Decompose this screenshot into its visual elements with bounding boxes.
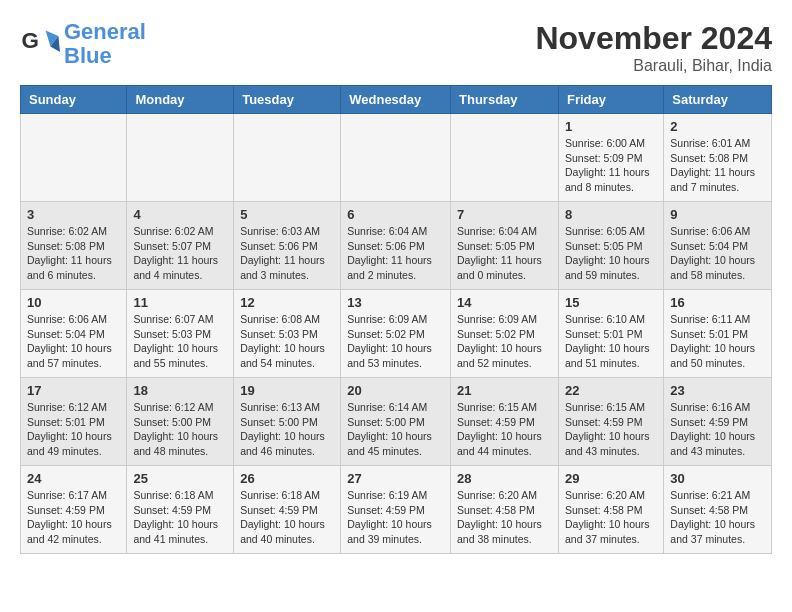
- day-info: Sunrise: 6:20 AM Sunset: 4:58 PM Dayligh…: [457, 488, 552, 547]
- day-info: Sunrise: 6:21 AM Sunset: 4:58 PM Dayligh…: [670, 488, 765, 547]
- day-info: Sunrise: 6:06 AM Sunset: 5:04 PM Dayligh…: [27, 312, 120, 371]
- weekday-header-thursday: Thursday: [451, 86, 559, 114]
- day-number: 20: [347, 383, 444, 398]
- calendar-cell: 3Sunrise: 6:02 AM Sunset: 5:08 PM Daylig…: [21, 202, 127, 290]
- calendar-cell: 30Sunrise: 6:21 AM Sunset: 4:58 PM Dayli…: [664, 466, 772, 554]
- day-number: 27: [347, 471, 444, 486]
- calendar-cell: 12Sunrise: 6:08 AM Sunset: 5:03 PM Dayli…: [234, 290, 341, 378]
- calendar-cell: [341, 114, 451, 202]
- calendar-cell: 26Sunrise: 6:18 AM Sunset: 4:59 PM Dayli…: [234, 466, 341, 554]
- day-info: Sunrise: 6:20 AM Sunset: 4:58 PM Dayligh…: [565, 488, 657, 547]
- day-number: 21: [457, 383, 552, 398]
- day-number: 19: [240, 383, 334, 398]
- day-info: Sunrise: 6:02 AM Sunset: 5:07 PM Dayligh…: [133, 224, 227, 283]
- calendar-cell: [21, 114, 127, 202]
- calendar-cell: 18Sunrise: 6:12 AM Sunset: 5:00 PM Dayli…: [127, 378, 234, 466]
- calendar-cell: 23Sunrise: 6:16 AM Sunset: 4:59 PM Dayli…: [664, 378, 772, 466]
- day-number: 11: [133, 295, 227, 310]
- day-number: 10: [27, 295, 120, 310]
- day-number: 14: [457, 295, 552, 310]
- day-info: Sunrise: 6:05 AM Sunset: 5:05 PM Dayligh…: [565, 224, 657, 283]
- day-number: 16: [670, 295, 765, 310]
- page-header: G General Blue November 2024 Barauli, Bi…: [20, 20, 772, 75]
- day-info: Sunrise: 6:15 AM Sunset: 4:59 PM Dayligh…: [457, 400, 552, 459]
- day-number: 13: [347, 295, 444, 310]
- logo-icon: G: [20, 24, 60, 64]
- day-info: Sunrise: 6:00 AM Sunset: 5:09 PM Dayligh…: [565, 136, 657, 195]
- calendar-cell: 6Sunrise: 6:04 AM Sunset: 5:06 PM Daylig…: [341, 202, 451, 290]
- calendar-cell: 4Sunrise: 6:02 AM Sunset: 5:07 PM Daylig…: [127, 202, 234, 290]
- weekday-header-sunday: Sunday: [21, 86, 127, 114]
- weekday-header-wednesday: Wednesday: [341, 86, 451, 114]
- day-info: Sunrise: 6:09 AM Sunset: 5:02 PM Dayligh…: [347, 312, 444, 371]
- day-number: 30: [670, 471, 765, 486]
- calendar-cell: 1Sunrise: 6:00 AM Sunset: 5:09 PM Daylig…: [558, 114, 663, 202]
- calendar-cell: 10Sunrise: 6:06 AM Sunset: 5:04 PM Dayli…: [21, 290, 127, 378]
- day-number: 28: [457, 471, 552, 486]
- day-info: Sunrise: 6:01 AM Sunset: 5:08 PM Dayligh…: [670, 136, 765, 195]
- calendar-cell: 22Sunrise: 6:15 AM Sunset: 4:59 PM Dayli…: [558, 378, 663, 466]
- day-number: 6: [347, 207, 444, 222]
- location: Barauli, Bihar, India: [535, 57, 772, 75]
- calendar-cell: [234, 114, 341, 202]
- day-number: 23: [670, 383, 765, 398]
- logo-text: General Blue: [64, 20, 146, 68]
- calendar-cell: 2Sunrise: 6:01 AM Sunset: 5:08 PM Daylig…: [664, 114, 772, 202]
- weekday-header-friday: Friday: [558, 86, 663, 114]
- day-info: Sunrise: 6:10 AM Sunset: 5:01 PM Dayligh…: [565, 312, 657, 371]
- day-info: Sunrise: 6:12 AM Sunset: 5:01 PM Dayligh…: [27, 400, 120, 459]
- day-info: Sunrise: 6:04 AM Sunset: 5:05 PM Dayligh…: [457, 224, 552, 283]
- day-info: Sunrise: 6:15 AM Sunset: 4:59 PM Dayligh…: [565, 400, 657, 459]
- day-number: 17: [27, 383, 120, 398]
- calendar-cell: 19Sunrise: 6:13 AM Sunset: 5:00 PM Dayli…: [234, 378, 341, 466]
- calendar-cell: 24Sunrise: 6:17 AM Sunset: 4:59 PM Dayli…: [21, 466, 127, 554]
- calendar-cell: 11Sunrise: 6:07 AM Sunset: 5:03 PM Dayli…: [127, 290, 234, 378]
- calendar-cell: 15Sunrise: 6:10 AM Sunset: 5:01 PM Dayli…: [558, 290, 663, 378]
- day-info: Sunrise: 6:03 AM Sunset: 5:06 PM Dayligh…: [240, 224, 334, 283]
- calendar-cell: 17Sunrise: 6:12 AM Sunset: 5:01 PM Dayli…: [21, 378, 127, 466]
- day-number: 15: [565, 295, 657, 310]
- calendar-cell: 25Sunrise: 6:18 AM Sunset: 4:59 PM Dayli…: [127, 466, 234, 554]
- day-number: 2: [670, 119, 765, 134]
- calendar-cell: 9Sunrise: 6:06 AM Sunset: 5:04 PM Daylig…: [664, 202, 772, 290]
- day-number: 29: [565, 471, 657, 486]
- day-number: 12: [240, 295, 334, 310]
- day-number: 22: [565, 383, 657, 398]
- calendar-cell: [451, 114, 559, 202]
- calendar-cell: 16Sunrise: 6:11 AM Sunset: 5:01 PM Dayli…: [664, 290, 772, 378]
- day-number: 1: [565, 119, 657, 134]
- day-info: Sunrise: 6:18 AM Sunset: 4:59 PM Dayligh…: [133, 488, 227, 547]
- day-info: Sunrise: 6:11 AM Sunset: 5:01 PM Dayligh…: [670, 312, 765, 371]
- calendar-cell: 29Sunrise: 6:20 AM Sunset: 4:58 PM Dayli…: [558, 466, 663, 554]
- calendar-cell: 8Sunrise: 6:05 AM Sunset: 5:05 PM Daylig…: [558, 202, 663, 290]
- title-block: November 2024 Barauli, Bihar, India: [535, 20, 772, 75]
- calendar-table: SundayMondayTuesdayWednesdayThursdayFrid…: [20, 85, 772, 554]
- calendar-cell: 5Sunrise: 6:03 AM Sunset: 5:06 PM Daylig…: [234, 202, 341, 290]
- day-number: 18: [133, 383, 227, 398]
- day-info: Sunrise: 6:18 AM Sunset: 4:59 PM Dayligh…: [240, 488, 334, 547]
- calendar-cell: 28Sunrise: 6:20 AM Sunset: 4:58 PM Dayli…: [451, 466, 559, 554]
- day-info: Sunrise: 6:04 AM Sunset: 5:06 PM Dayligh…: [347, 224, 444, 283]
- day-info: Sunrise: 6:12 AM Sunset: 5:00 PM Dayligh…: [133, 400, 227, 459]
- weekday-header-saturday: Saturday: [664, 86, 772, 114]
- day-info: Sunrise: 6:07 AM Sunset: 5:03 PM Dayligh…: [133, 312, 227, 371]
- day-number: 7: [457, 207, 552, 222]
- day-number: 4: [133, 207, 227, 222]
- day-info: Sunrise: 6:08 AM Sunset: 5:03 PM Dayligh…: [240, 312, 334, 371]
- calendar-cell: 21Sunrise: 6:15 AM Sunset: 4:59 PM Dayli…: [451, 378, 559, 466]
- day-info: Sunrise: 6:09 AM Sunset: 5:02 PM Dayligh…: [457, 312, 552, 371]
- calendar-cell: 13Sunrise: 6:09 AM Sunset: 5:02 PM Dayli…: [341, 290, 451, 378]
- svg-text:G: G: [22, 28, 39, 53]
- weekday-header-monday: Monday: [127, 86, 234, 114]
- calendar-cell: 14Sunrise: 6:09 AM Sunset: 5:02 PM Dayli…: [451, 290, 559, 378]
- day-info: Sunrise: 6:14 AM Sunset: 5:00 PM Dayligh…: [347, 400, 444, 459]
- day-info: Sunrise: 6:17 AM Sunset: 4:59 PM Dayligh…: [27, 488, 120, 547]
- calendar-cell: 7Sunrise: 6:04 AM Sunset: 5:05 PM Daylig…: [451, 202, 559, 290]
- day-info: Sunrise: 6:06 AM Sunset: 5:04 PM Dayligh…: [670, 224, 765, 283]
- calendar-cell: 20Sunrise: 6:14 AM Sunset: 5:00 PM Dayli…: [341, 378, 451, 466]
- day-number: 26: [240, 471, 334, 486]
- month-title: November 2024: [535, 20, 772, 57]
- logo: G General Blue: [20, 20, 146, 68]
- day-info: Sunrise: 6:02 AM Sunset: 5:08 PM Dayligh…: [27, 224, 120, 283]
- weekday-header-tuesday: Tuesday: [234, 86, 341, 114]
